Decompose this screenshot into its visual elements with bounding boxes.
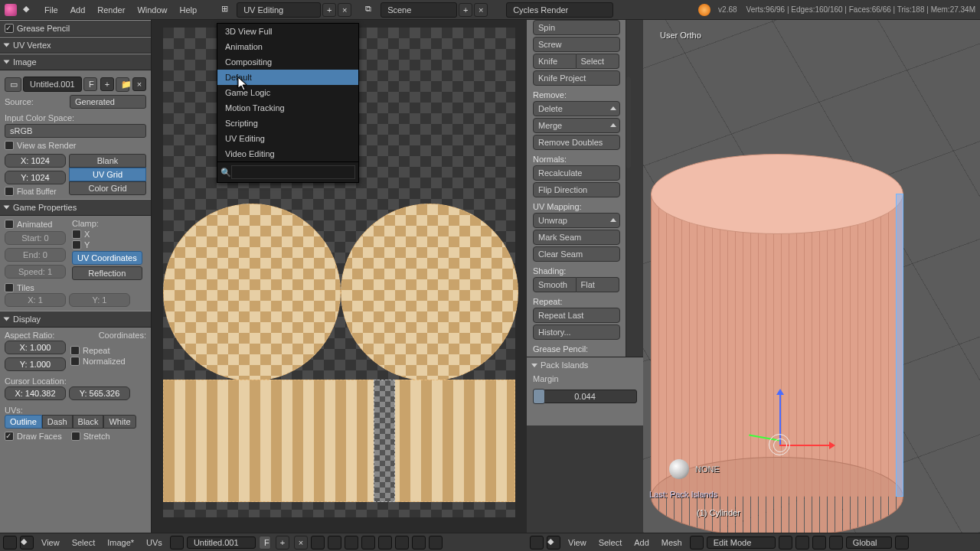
uv-editor-menu-icon[interactable]: ◆	[20, 536, 34, 549]
panel-header-gameprops[interactable]: Game Properties	[0, 199, 151, 216]
uv-editor-type-icon[interactable]	[3, 536, 17, 549]
uv-new-image[interactable]: +	[276, 536, 289, 549]
grease-checkbox[interactable]	[5, 24, 14, 33]
uvdraw-black[interactable]: Black	[73, 415, 104, 429]
delete-scene-button[interactable]: ×	[474, 3, 488, 17]
clamp-x-checkbox[interactable]	[72, 230, 81, 239]
layout-menu-item[interactable]: Motion Tracking	[217, 100, 358, 116]
tool-button[interactable]: Recalculate	[533, 165, 620, 181]
aspect-x[interactable]: X: 1.000	[5, 341, 66, 354]
fake-user-button[interactable]: F	[83, 77, 97, 91]
tool-button[interactable]: Knife Project	[533, 70, 620, 86]
viewport-shading-icon[interactable]	[779, 536, 792, 549]
colorspace-dropdown[interactable]: sRGB	[5, 124, 146, 138]
orientation-dropdown[interactable]: Global	[846, 536, 892, 549]
menu-render[interactable]: Render	[91, 0, 131, 20]
3d-viewport[interactable]: User Ortho NONE Last: Pack Islands (1) C…	[643, 20, 980, 533]
layout-menu-item[interactable]: UV Editing	[217, 131, 358, 146]
uv-select-mode-island[interactable]	[412, 536, 426, 549]
3dview-menu-icon[interactable]: ◆	[547, 536, 560, 549]
layout-search-input[interactable]	[231, 165, 355, 179]
uv-island-selected-face[interactable]	[374, 380, 395, 502]
3d-menu-add[interactable]: Add	[629, 538, 654, 547]
uv-unlink-image[interactable]: ×	[294, 536, 308, 549]
panel-header-display[interactable]: Display	[0, 311, 151, 328]
uv-menu-select[interactable]: Select	[67, 538, 100, 547]
tool-button[interactable]: History...	[533, 324, 620, 340]
uv-select-mode-vertex[interactable]	[361, 536, 375, 549]
tool-button[interactable]: Flat	[577, 277, 620, 292]
gen-type-uvgrid[interactable]: UV Grid	[69, 168, 146, 181]
uv-island-cap-right[interactable]	[341, 204, 518, 381]
reflection-button[interactable]: Reflection	[72, 266, 142, 280]
splash-icon[interactable]: ◆	[23, 4, 35, 16]
normalized-checkbox[interactable]	[70, 357, 80, 366]
gen-x-field[interactable]: X: 1024	[5, 154, 66, 168]
anim-start[interactable]: Start: 0	[5, 231, 66, 245]
menu-window[interactable]: Window	[131, 0, 173, 20]
cursor-y[interactable]: Y: 565.326	[69, 386, 130, 400]
unlink-image-button[interactable]: ×	[132, 77, 146, 91]
3d-menu-select[interactable]: Select	[594, 538, 627, 547]
menu-add[interactable]: Add	[64, 0, 92, 20]
open-image-button[interactable]: 📁	[116, 77, 129, 92]
tiles-checkbox[interactable]	[5, 283, 14, 292]
menu-file[interactable]: File	[38, 0, 64, 20]
uv-select-mode-face[interactable]	[395, 536, 409, 549]
tool-button[interactable]: Unwrap	[533, 213, 620, 228]
uvdraw-outline[interactable]: Outline	[5, 415, 42, 429]
uv-menu-image[interactable]: Image*	[103, 538, 139, 547]
new-image-button[interactable]: +	[100, 77, 114, 91]
tool-button[interactable]: Knife	[533, 54, 577, 69]
manipulator-translate[interactable]	[829, 536, 843, 549]
panel-header-image[interactable]: Image	[0, 54, 151, 70]
tool-button[interactable]: Repeat Last	[533, 308, 620, 323]
cursor-x[interactable]: X: 140.382	[5, 386, 66, 400]
uvcoord-button[interactable]: UV Coordinates	[72, 251, 142, 265]
pivot-point-icon[interactable]	[795, 536, 809, 549]
tiles-x[interactable]: X: 1	[5, 293, 66, 307]
toolshelf-scrollbar[interactable]	[626, 77, 631, 168]
gen-type-colorgrid[interactable]: Color Grid	[69, 181, 146, 195]
source-dropdown[interactable]: Generated	[70, 95, 146, 109]
uv-image-browse-icon[interactable]	[170, 536, 184, 549]
image-name-field[interactable]: Untitled.001	[23, 77, 82, 92]
tool-button[interactable]: Merge	[533, 118, 620, 133]
uv-fake-user[interactable]: F	[259, 536, 271, 549]
uv-island-body[interactable]	[163, 380, 515, 502]
anim-speed[interactable]: Speed: 1	[5, 265, 66, 279]
tool-button[interactable]: Smooth	[533, 277, 577, 292]
panel-header-grease[interactable]: Grease Pencil	[0, 20, 151, 37]
uvdraw-white[interactable]: White	[103, 415, 136, 429]
tool-button[interactable]: Mark Seam	[533, 230, 620, 245]
layers-button[interactable]	[895, 536, 909, 549]
tool-button[interactable]: Clear Seam	[533, 246, 620, 262]
cylinder-mesh[interactable]	[651, 154, 903, 498]
layout-menu-item[interactable]: 3D View Full	[217, 24, 358, 39]
anim-end[interactable]: End: 0	[5, 248, 66, 262]
gizmo-center[interactable]	[769, 434, 790, 455]
tool-button[interactable]: Delete	[533, 101, 620, 116]
3d-menu-mesh[interactable]: Mesh	[657, 538, 687, 547]
delete-layout-button[interactable]: ×	[338, 3, 351, 17]
tool-button[interactable]: Flip Direction	[533, 182, 620, 197]
manipulator-toggle[interactable]	[812, 536, 826, 549]
screen-layout-icon[interactable]: ⊞	[221, 4, 234, 16]
layout-menu-item[interactable]: Animation	[217, 39, 358, 54]
uv-menu-uvs[interactable]: UVs	[142, 538, 167, 547]
3dview-editor-type-icon[interactable]	[530, 536, 544, 549]
snap-icon[interactable]	[429, 536, 443, 549]
scene-icon[interactable]: ⧉	[365, 4, 377, 16]
uv-image-field[interactable]: Untitled.001	[187, 536, 256, 549]
margin-slider[interactable]: 0.044	[533, 390, 637, 403]
layout-menu-item[interactable]: Compositing	[217, 54, 358, 70]
tool-button[interactable]: Remove Doubles	[533, 135, 620, 150]
view-as-render-checkbox[interactable]	[5, 141, 14, 150]
layout-menu-item[interactable]: Scripting	[217, 116, 358, 131]
drawfaces-checkbox[interactable]	[5, 432, 14, 441]
uvdraw-dash[interactable]: Dash	[42, 415, 73, 429]
float-buffer-checkbox[interactable]	[5, 187, 14, 196]
clamp-y-checkbox[interactable]	[72, 240, 81, 249]
3d-menu-view[interactable]: View	[564, 538, 591, 547]
scene-field[interactable]: Scene	[381, 2, 457, 18]
